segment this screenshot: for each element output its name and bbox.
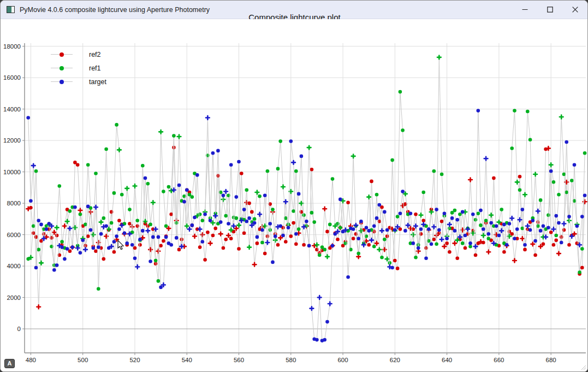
data-point <box>580 247 584 251</box>
data-point <box>520 237 524 240</box>
data-point <box>224 214 228 218</box>
data-point <box>528 138 532 141</box>
data-point <box>344 241 348 245</box>
data-point <box>294 232 298 236</box>
data-point <box>318 253 322 257</box>
data-point <box>268 222 272 226</box>
x-tick-label: 560 <box>234 357 244 363</box>
data-point <box>112 191 116 195</box>
data-point <box>346 275 350 279</box>
data-point <box>372 245 376 249</box>
data-point <box>523 243 527 247</box>
data-point <box>157 235 161 239</box>
data-point <box>86 163 90 167</box>
data-point <box>482 241 485 245</box>
data-point <box>352 237 355 241</box>
data-point <box>229 163 233 167</box>
data-point <box>224 238 228 241</box>
data-point <box>437 55 441 59</box>
data-point <box>486 250 490 254</box>
data-point <box>338 226 342 229</box>
legend-marker-target <box>51 79 73 85</box>
data-point <box>99 220 103 224</box>
data-point <box>63 224 67 228</box>
data-point <box>235 195 239 199</box>
data-point <box>141 164 145 168</box>
data-point <box>307 146 311 150</box>
data-point <box>367 229 371 233</box>
data-point <box>149 259 152 263</box>
auto-range-button[interactable]: A <box>4 359 15 368</box>
data-point <box>55 234 59 238</box>
data-point <box>468 241 472 245</box>
data-point <box>133 184 137 188</box>
data-point <box>104 225 108 228</box>
data-point <box>253 217 257 221</box>
data-point <box>60 240 64 244</box>
data-point <box>474 218 478 222</box>
data-point <box>549 169 553 173</box>
data-point <box>338 198 342 202</box>
resize-grip[interactable] <box>580 364 586 370</box>
data-point <box>565 140 568 144</box>
data-point <box>502 250 506 254</box>
data-point <box>307 244 311 247</box>
data-point <box>237 247 241 251</box>
data-point <box>94 250 98 253</box>
data-point <box>195 173 199 177</box>
data-point <box>125 186 129 190</box>
data-point <box>294 243 298 246</box>
data-point <box>357 255 360 258</box>
data-point <box>219 220 223 224</box>
data-point <box>419 213 423 217</box>
x-tick-label: 640 <box>442 357 452 363</box>
data-point <box>489 221 493 225</box>
x-tick-label: 500 <box>78 357 88 363</box>
y-tick-label: 14000 <box>3 106 21 113</box>
y-tick-label: 0 <box>17 326 21 332</box>
mouse-cursor <box>117 240 125 251</box>
data-point <box>39 239 43 243</box>
data-point <box>440 173 444 176</box>
data-point <box>222 194 225 198</box>
data-point <box>164 225 168 228</box>
data-point <box>224 190 228 193</box>
data-point <box>440 238 444 241</box>
data-point <box>310 306 314 310</box>
data-point <box>135 265 139 269</box>
data-point <box>323 248 326 252</box>
data-point <box>177 135 181 139</box>
data-point <box>159 286 163 290</box>
data-point <box>203 258 207 262</box>
data-point <box>580 215 584 219</box>
data-point <box>557 193 561 197</box>
data-point <box>110 221 114 225</box>
data-point <box>263 252 267 256</box>
y-tick-label: 8000 <box>7 200 21 206</box>
data-point <box>560 115 563 119</box>
data-point <box>323 338 326 342</box>
data-point <box>271 261 275 264</box>
data-point <box>185 188 189 192</box>
data-point <box>396 215 400 219</box>
data-point <box>120 193 124 197</box>
data-point <box>86 234 90 238</box>
data-point <box>229 237 233 241</box>
data-point <box>403 229 407 233</box>
data-point <box>331 244 335 247</box>
data-point <box>34 266 38 270</box>
data-point <box>177 184 181 187</box>
data-point <box>297 227 301 231</box>
data-point <box>162 190 165 193</box>
data-point <box>468 178 472 182</box>
data-point <box>253 221 257 225</box>
data-point <box>409 212 413 216</box>
data-point <box>292 161 295 164</box>
data-point <box>141 229 145 233</box>
data-point <box>419 232 423 236</box>
data-point <box>518 188 522 192</box>
data-point <box>510 232 514 236</box>
data-point <box>518 175 522 179</box>
data-point <box>276 243 280 247</box>
data-point <box>448 250 452 254</box>
